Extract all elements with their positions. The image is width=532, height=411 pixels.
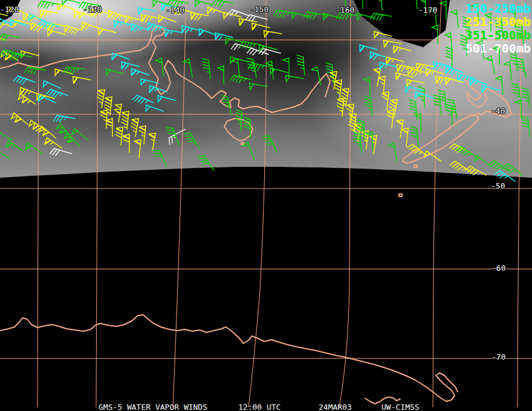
wind-barb (156, 95, 175, 106)
meridian-line (37, 0, 39, 407)
wind-barb (166, 126, 179, 147)
longitude-label: -150 (250, 5, 268, 13)
wind-barb (450, 10, 458, 28)
wind-barb (444, 77, 463, 88)
wind-barb (71, 129, 88, 145)
wind-barb (10, 113, 28, 129)
wind-barb (180, 25, 199, 36)
wind-barb (340, 88, 349, 106)
wind-barb (297, 54, 305, 76)
wind-barb (242, 142, 254, 161)
longitude-label: -170 (418, 6, 437, 14)
wind-barb (246, 14, 267, 25)
wind-barb (230, 74, 251, 85)
wind-barb (155, 58, 163, 77)
wind-barb (140, 15, 159, 24)
wind-barb (371, 68, 380, 86)
wind-barb (372, 31, 392, 42)
longitude-label: -140 (166, 6, 184, 14)
wind-barb (0, 34, 20, 44)
wind-barb (10, 53, 31, 63)
wind-barb (14, 75, 35, 88)
legend-row-501-700: 501-700mb (465, 42, 531, 55)
coastline-macquarie-island (399, 194, 402, 196)
latitude-label: -70 (491, 353, 505, 361)
coastline-stewart-island (414, 165, 417, 167)
wind-barb (56, 4, 75, 16)
wind-barb (232, 59, 239, 77)
wind-barb (54, 115, 75, 125)
meridian-line (339, 0, 351, 407)
wind-barb (24, 143, 42, 158)
wind-barb (106, 118, 112, 137)
coastlines (0, 27, 511, 404)
wind-barb (263, 31, 282, 40)
wind-barb (410, 126, 418, 147)
wind-barb (190, 13, 209, 22)
wind-barb (50, 148, 71, 160)
wind-barb (133, 139, 141, 158)
wind-barb (394, 119, 403, 138)
coastline-tasmania-islet (241, 143, 244, 144)
wind-barb (38, 126, 56, 143)
wind-barb (218, 66, 224, 84)
wind-barb (381, 91, 389, 110)
wind-barb (407, 143, 427, 161)
wind-barb (354, 132, 362, 153)
wind-barb (148, 86, 167, 98)
wind-barb (153, 148, 167, 169)
wind-barb (112, 103, 122, 122)
wind-barb (146, 132, 155, 151)
wind-barb (250, 23, 270, 33)
wind-barb (221, 95, 231, 116)
wind-barb (164, 30, 183, 39)
wind-barb (352, 123, 361, 141)
wind-barb (232, 43, 253, 54)
wind-barb (247, 57, 256, 79)
wind-barb (104, 96, 112, 115)
wind-barb (444, 33, 452, 51)
meridian-line (433, 0, 441, 407)
latitude-label: -40 (491, 107, 505, 115)
caption-source: UW-CIMSS (381, 403, 420, 411)
wind-barb (406, 68, 426, 78)
wind-barb (112, 21, 132, 31)
wind-barb (265, 61, 273, 80)
wind-barb (129, 24, 149, 36)
wind-barb (137, 8, 156, 17)
pressure-level-legend: 150-250mb 251-350mb 351-500mb 501-700mb (465, 2, 531, 55)
wind-barb (488, 159, 509, 176)
wind-barb (72, 77, 91, 86)
wind-barb (121, 111, 129, 129)
wind-barb (0, 131, 12, 145)
wind-barb (0, 21, 13, 33)
meridian-line (248, 0, 266, 407)
wind-barb (355, 13, 375, 24)
coastline-nz-south-island (403, 115, 479, 163)
wind-barb (248, 83, 267, 92)
wind-barb (96, 89, 105, 108)
wind-barb (522, 87, 530, 108)
wind-barb (409, 0, 417, 9)
wind-barb (129, 69, 149, 81)
wind-barb (129, 118, 138, 137)
wind-barb (415, 114, 421, 132)
caption-time: 12:00 UTC (238, 403, 281, 411)
wind-barb (435, 77, 453, 86)
wind-barb (144, 105, 163, 117)
wind-barb (198, 154, 214, 174)
wind-barb (206, 7, 225, 19)
wind-barb (193, 0, 213, 10)
wind-barb (365, 95, 372, 117)
wind-barb (80, 22, 99, 34)
wind-barb (357, 0, 363, 8)
wind-barb (465, 165, 486, 181)
meridian-line (96, 0, 98, 407)
wind-barb (374, 0, 382, 10)
wind-barb (63, 66, 85, 74)
wind-barb (348, 113, 356, 132)
legend-row-351-500: 351-500mb (465, 28, 531, 42)
caption-date: 24MAR03 (319, 403, 352, 411)
wind-barb (212, 0, 233, 9)
wind-barb (244, 117, 250, 138)
